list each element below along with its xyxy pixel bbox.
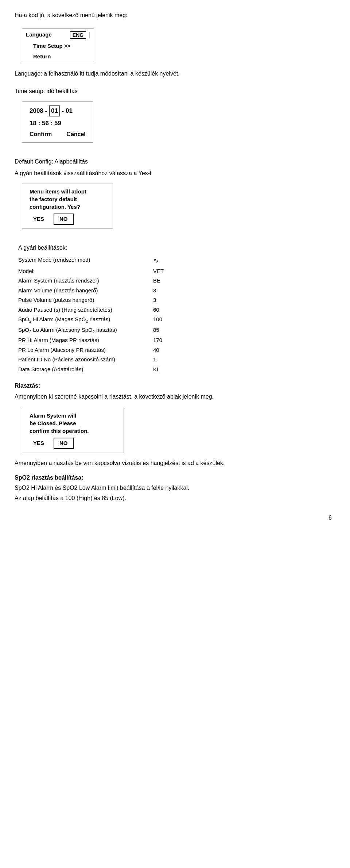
factory-setting-label: Data Storage (Adattárolás)	[18, 365, 153, 375]
menu-language-value: ENG |	[66, 29, 94, 41]
factory-setting-row: PR Hi Alarm (Magas PR riasztás)170	[18, 335, 335, 345]
factory-setting-label: SpO2 Lo Alarm (Alacsony SpO2 riasztás)	[18, 325, 153, 336]
factory-setting-row: PR Lo Alarm (Alacsony PR riasztás)40	[18, 345, 335, 355]
default-config-section: Default Config: Alapbeállítás A gyári be…	[15, 157, 335, 235]
factory-setting-row: Pulse Volume (pulzus hangerő)3	[18, 295, 335, 305]
factory-setting-value: KI	[153, 365, 335, 375]
alarm-desc: Amennyiben ki szeretné kapcsolni a riasz…	[15, 392, 335, 401]
factory-setting-value: 85	[153, 325, 335, 336]
factory-setting-value: 1	[153, 355, 335, 365]
alarm-text-line2: be Closed. Please	[30, 419, 116, 427]
no-button[interactable]: NO	[54, 214, 74, 225]
factory-setting-label: Alarm Volume (riasztás hangerő)	[18, 286, 153, 296]
date-part1: 2008 -	[30, 107, 47, 114]
menu-language-label: Language	[22, 29, 66, 41]
alarm-text-line1: Alarm System will	[30, 412, 116, 419]
alarm-visual-desc: Amennyiben a riasztás be van kapcsolva v…	[15, 459, 335, 468]
factory-text-line1: Menu items will adopt	[30, 188, 105, 195]
language-desc-text: Language: a felhasználó itt tudja módosí…	[15, 69, 335, 78]
alarm-text: Alarm System will be Closed. Please conf…	[30, 412, 116, 435]
factory-setting-row: Alarm Volume (riasztás hangerő)3	[18, 286, 335, 296]
menu-item-return: Return	[22, 51, 94, 62]
confirm-cancel-row: Confirm Cancel	[30, 130, 86, 139]
factory-setting-label: PR Hi Alarm (Magas PR riasztás)	[18, 335, 153, 345]
factory-default-box: Menu items will adopt the factory defaul…	[22, 184, 113, 229]
factory-text-line2: the factory default	[30, 195, 105, 203]
spo2-title: SpO2 riasztás beállítása:	[15, 473, 335, 482]
spo2-section: SpO2 riasztás beállítása: SpO2 Hi Alarm …	[15, 473, 335, 503]
factory-setting-value: 60	[153, 305, 335, 315]
date-highlight: 01	[49, 105, 60, 116]
alarm-section: Riasztás: Amennyiben ki szeretné kapcsol…	[15, 381, 335, 468]
factory-setting-value: 3	[153, 286, 335, 296]
factory-setting-row: SpO2 Lo Alarm (Alacsony SpO2 riasztás)85	[18, 325, 335, 336]
alarm-yes-no-row: YES NO	[30, 438, 116, 449]
default-config-heading: Default Config: Alapbeállítás	[15, 157, 335, 166]
menu-section: Language ENG | Time Setup >> Return	[15, 28, 335, 62]
waveform-icon: ∿	[153, 257, 159, 264]
factory-setting-label: Model:	[18, 266, 153, 276]
cursor-indicator: |	[89, 31, 90, 38]
factory-setting-row: SpO2 Hi Alarm (Magas SpO2 riasztás)100	[18, 315, 335, 325]
time-setup-section: Time setup: idő beállítás 2008 - 01 - 01…	[15, 87, 335, 149]
factory-setting-value: 170	[153, 335, 335, 345]
factory-setting-row: Audio Paused (s) (Hang szüneteltetés)60	[18, 305, 335, 315]
spo2-desc: SpO2 Hi Alarm és SpO2 Low Alarm limit be…	[15, 484, 335, 492]
factory-text: Menu items will adopt the factory defaul…	[30, 188, 105, 211]
factory-setting-row: Alarm System (riasztás rendszer)BE	[18, 276, 335, 286]
time-time-display: 18 : 56 : 59	[30, 119, 86, 128]
menu-item-language: Language ENG |	[22, 29, 94, 41]
intro-section: Ha a kód jó, a következő menü jelenik me…	[15, 11, 335, 20]
date-part2: - 01	[62, 107, 73, 114]
alarm-no-button[interactable]: NO	[54, 438, 74, 449]
menu-time-setup-label: Time Setup >>	[22, 41, 94, 51]
menu-item-time-setup: Time Setup >>	[22, 41, 94, 51]
factory-setting-value: 40	[153, 345, 335, 355]
factory-setting-value: VET	[153, 266, 335, 276]
alarm-title: Riasztás:	[15, 381, 335, 390]
eng-box: ENG	[70, 31, 86, 39]
factory-settings-table: System Mode (rendszer mód)∿Model:VETAlar…	[18, 255, 335, 375]
cancel-button[interactable]: Cancel	[66, 130, 85, 139]
factory-setting-row: Patient ID No (Páciens azonosító szám)1	[18, 355, 335, 365]
time-date-display: 2008 - 01 - 01	[30, 105, 86, 116]
factory-setting-value: BE	[153, 276, 335, 286]
yes-no-row: YES NO	[30, 214, 105, 225]
alarm-yes-button[interactable]: YES	[30, 438, 48, 448]
factory-setting-label: System Mode (rendszer mód)	[18, 255, 153, 266]
factory-setting-row: System Mode (rendszer mód)∿	[18, 255, 335, 266]
factory-setting-value: 100	[153, 315, 335, 325]
time-setup-label: Time setup: idő beállítás	[15, 87, 335, 96]
factory-setting-label: Pulse Volume (pulzus hangerő)	[18, 295, 153, 305]
factory-setting-row: Model:VET	[18, 266, 335, 276]
spo2-default: Az alap belállítás a 100 (High) és 85 (L…	[15, 494, 335, 503]
factory-setting-label: Audio Paused (s) (Hang szüneteltetés)	[18, 305, 153, 315]
factory-setting-label: SpO2 Hi Alarm (Magas SpO2 riasztás)	[18, 315, 153, 325]
factory-setting-value: 3	[153, 295, 335, 305]
factory-setting-row: Data Storage (Adattárolás)KI	[18, 365, 335, 375]
factory-settings-section: A gyári beállítások: System Mode (rendsz…	[18, 243, 335, 375]
page-number-value: 6	[328, 515, 332, 521]
menu-return-label: Return	[22, 51, 94, 62]
time-setup-box: 2008 - 01 - 01 18 : 56 : 59 Confirm Canc…	[22, 101, 93, 143]
intro-text: Ha a kód jó, a következő menü jelenik me…	[15, 11, 335, 20]
factory-text-line3: configuration. Yes?	[30, 203, 105, 211]
factory-setting-label: PR Lo Alarm (Alacsony PR riasztás)	[18, 345, 153, 355]
factory-setting-value: ∿	[153, 255, 335, 266]
language-desc-section: Language: a felhasználó itt tudja módosí…	[15, 69, 335, 78]
default-config-sub: A gyári beállítások visszaállításához vá…	[15, 169, 335, 178]
alarm-system-box: Alarm System will be Closed. Please conf…	[22, 408, 124, 453]
page-number: 6	[15, 514, 335, 522]
time-part: 18 : 56 : 59	[30, 120, 61, 127]
factory-setting-label: Alarm System (riasztás rendszer)	[18, 276, 153, 286]
yes-button[interactable]: YES	[30, 214, 48, 224]
factory-settings-title: A gyári beállítások:	[18, 243, 335, 252]
alarm-text-line3: confirm this operation.	[30, 427, 116, 435]
factory-setting-label: Patient ID No (Páciens azonosító szám)	[18, 355, 153, 365]
confirm-button[interactable]: Confirm	[30, 130, 52, 139]
